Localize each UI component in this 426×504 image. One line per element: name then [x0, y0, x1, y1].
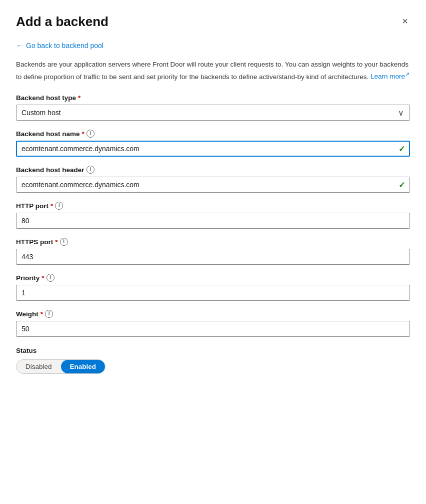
backend-host-type-select-wrapper: Custom host: [16, 105, 410, 121]
priority-info-icon: i: [46, 274, 54, 282]
panel-header: Add a backend ×: [16, 14, 410, 30]
http-port-label: HTTP port * i: [16, 202, 410, 210]
backend-host-header-info-icon: i: [86, 166, 94, 174]
http-port-field: HTTP port * i: [16, 202, 410, 229]
required-star: *: [40, 310, 43, 318]
status-enabled-option[interactable]: Enabled: [61, 360, 106, 373]
required-star: *: [82, 130, 84, 138]
back-link[interactable]: ← Go back to backend pool: [16, 42, 410, 50]
status-label: Status: [16, 347, 410, 354]
backend-host-header-label: Backend host header i: [16, 166, 410, 174]
priority-input-wrapper: [16, 285, 410, 301]
status-toggle-group[interactable]: Disabled Enabled: [16, 359, 106, 374]
learn-more-link[interactable]: Learn more↗: [370, 73, 410, 80]
priority-input[interactable]: [16, 285, 410, 301]
backend-host-type-select[interactable]: Custom host: [16, 105, 410, 121]
backend-host-type-field: Backend host type * Custom host: [16, 94, 410, 121]
add-backend-panel: Add a backend × ← Go back to backend poo…: [0, 0, 426, 504]
required-star: *: [78, 94, 80, 102]
required-star: *: [42, 274, 44, 282]
priority-field: Priority * i: [16, 274, 410, 301]
backend-host-name-input[interactable]: [16, 141, 410, 157]
https-port-field: HTTPS port * i: [16, 238, 410, 265]
weight-input[interactable]: [16, 321, 410, 337]
status-disabled-option[interactable]: Disabled: [16, 360, 61, 373]
http-port-input-wrapper: [16, 213, 410, 229]
backend-host-header-field: Backend host header i ✓: [16, 166, 410, 193]
panel-title: Add a backend: [16, 14, 108, 30]
http-port-input[interactable]: [16, 213, 410, 229]
backend-host-name-field: Backend host name * i ✓: [16, 130, 410, 157]
backend-host-header-input[interactable]: [16, 177, 410, 193]
weight-info-icon: i: [45, 310, 53, 318]
http-port-info-icon: i: [55, 202, 63, 210]
backend-host-type-label: Backend host type *: [16, 94, 410, 102]
backend-host-name-input-wrapper: ✓: [16, 141, 410, 157]
backend-host-header-checkmark-icon: ✓: [398, 180, 405, 190]
weight-input-wrapper: [16, 321, 410, 337]
https-port-input[interactable]: [16, 249, 410, 265]
priority-label: Priority * i: [16, 274, 410, 282]
back-link-text: Go back to backend pool: [26, 42, 104, 50]
https-port-input-wrapper: [16, 249, 410, 265]
backend-host-name-label: Backend host name * i: [16, 130, 410, 138]
close-button[interactable]: ×: [400, 14, 410, 28]
back-arrow-icon: ←: [16, 42, 23, 50]
required-star: *: [55, 238, 58, 246]
https-port-label: HTTPS port * i: [16, 238, 410, 246]
required-star: *: [50, 202, 53, 210]
https-port-info-icon: i: [60, 238, 68, 246]
weight-field: Weight * i: [16, 310, 410, 337]
status-section: Status Disabled Enabled: [16, 347, 410, 374]
backend-host-name-info-icon: i: [86, 130, 94, 138]
external-link-icon: ↗: [405, 71, 410, 77]
weight-label: Weight * i: [16, 310, 410, 318]
backend-host-header-input-wrapper: ✓: [16, 177, 410, 193]
backend-host-name-checkmark-icon: ✓: [398, 144, 405, 154]
description-text: Backends are your application servers wh…: [16, 60, 410, 82]
